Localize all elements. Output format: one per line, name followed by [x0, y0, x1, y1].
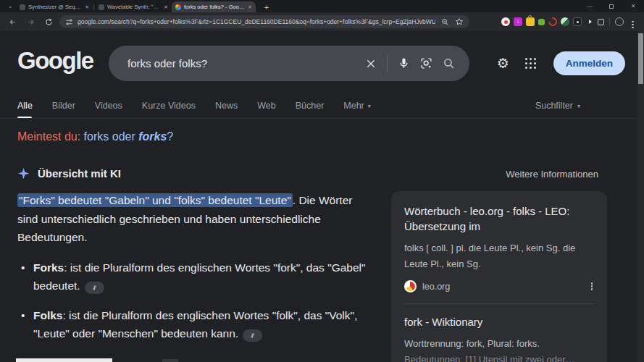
site-info-icon[interactable] — [65, 18, 73, 26]
grammar-icon[interactable] — [538, 19, 545, 25]
ai-sparkle-icon — [17, 167, 30, 180]
google-results-page: Google forks oder folks? ⚙ Anmelden Alle… — [0, 31, 644, 362]
reload-icon[interactable] — [42, 15, 55, 28]
window-controls: — ✕ — [579, 0, 644, 12]
search-icon[interactable] — [443, 57, 455, 70]
status-bar-fragment — [162, 359, 178, 362]
tab-close-icon[interactable]: ✕ — [164, 4, 168, 10]
settings-gear-icon[interactable]: ⚙ — [497, 56, 509, 70]
back-icon[interactable] — [6, 15, 19, 28]
searchbox-divider — [387, 55, 388, 72]
card-divider — [404, 303, 594, 304]
ai-overview-header: Übersicht mit KI — [17, 167, 121, 180]
maximize-button[interactable] — [601, 0, 622, 12]
tab-favicon — [99, 4, 104, 10]
recorder-icon[interactable] — [501, 17, 510, 26]
page-scrollbar[interactable] — [637, 31, 644, 362]
browser-window: ⌄ Synthesizer @ Sequencer-Foru ✕ Wavetab… — [0, 0, 644, 362]
tab-news[interactable]: News — [215, 101, 238, 112]
tab-title: Synthesizer @ Sequencer-Foru — [28, 4, 83, 10]
microphone-icon[interactable] — [398, 57, 410, 70]
search-filter-button[interactable]: Suchfilter▾ — [535, 101, 580, 111]
extensions-row: ↓ — [501, 15, 640, 29]
bookmark-star-icon[interactable] — [455, 17, 464, 26]
chrome-menu-icon[interactable] — [632, 21, 634, 23]
search-query[interactable]: forks oder folks? — [127, 57, 365, 70]
source-link-icon[interactable] — [243, 329, 262, 342]
ai-bullet-forks: Forks: ist die Pluralform des englischen… — [17, 258, 370, 295]
ai-bullet-list: Forks: ist die Pluralform des englischen… — [17, 258, 370, 343]
leaf-icon[interactable] — [561, 17, 569, 26]
ai-overview-text: "Forks" bedeutet "Gabeln" und "folks" be… — [17, 191, 370, 354]
google-lens-icon[interactable] — [420, 57, 432, 70]
signin-button[interactable]: Anmelden — [553, 51, 625, 75]
source-snippet-wiktionary: Worttrennung: fork, Plural: forks. Bedeu… — [404, 336, 594, 362]
new-tab-button[interactable]: + — [262, 3, 272, 12]
tab-wavetable-synth[interactable]: Wavetable Synth: "Vital" | Seit ✕ — [95, 1, 172, 12]
zoom-icon[interactable] — [441, 18, 449, 26]
ai-bullet-folks: Folks: ist die Pluralform des englischen… — [17, 306, 370, 343]
tab-title: forks oder folks? - Google Such — [184, 4, 246, 10]
google-apps-icon[interactable] — [525, 58, 527, 60]
clear-icon[interactable] — [365, 58, 377, 70]
leo-favicon — [404, 280, 417, 292]
close-button[interactable]: ✕ — [622, 0, 644, 12]
ai-overview-title: Übersicht mit KI — [38, 167, 121, 180]
source-link-icon[interactable] — [85, 282, 104, 294]
url-text[interactable]: google.com/search?q=forks+oder+folks%3F&… — [78, 18, 435, 25]
forward-icon[interactable] — [24, 15, 37, 28]
google-favicon — [175, 4, 181, 10]
tab-search-chevron-icon[interactable]: ⌄ — [4, 1, 16, 11]
vpn-swirl-icon[interactable] — [547, 16, 559, 28]
spell-link[interactable]: forks oder forks? — [84, 130, 174, 143]
tab-close-icon[interactable]: ✕ — [85, 4, 89, 10]
tab-alle[interactable]: Alle — [17, 101, 33, 112]
spell-suggestion: Meintest du: forks oder forks? — [17, 130, 173, 143]
tab-buecher[interactable]: Bücher — [296, 101, 325, 112]
tab-web[interactable]: Web — [257, 101, 275, 112]
scrollbar-thumb[interactable] — [638, 33, 643, 84]
tab-google-search[interactable]: forks oder folks? - Google Such ✕ — [172, 1, 256, 12]
chevron-down-icon: ▾ — [368, 103, 371, 109]
spell-label: Meintest du: — [17, 130, 80, 143]
tab-sequencer-forum[interactable]: Synthesizer @ Sequencer-Foru ✕ — [16, 1, 93, 12]
password-lock-icon[interactable] — [526, 17, 535, 26]
browser-toolbar: google.com/search?q=forks+oder+folks%3F&… — [0, 12, 644, 31]
screenshot-tool-icon[interactable] — [573, 17, 582, 26]
ai-paragraph: "Forks" bedeutet "Gabeln" und "folks" be… — [17, 191, 370, 247]
more-information-link[interactable]: Weitere Informationen — [506, 169, 598, 180]
ai-sources-card: Wörterbuch - leo.org - folks - LEO: Über… — [391, 191, 607, 362]
source-menu-icon[interactable] — [591, 282, 593, 285]
google-logo[interactable]: Google — [17, 47, 93, 75]
results-nav: Alle Bilder Videos Kurze Videos News Web… — [17, 95, 579, 118]
highlighted-text: "Forks" bedeutet "Gabeln" und "folks" be… — [17, 193, 293, 207]
downloader-icon[interactable]: ↓ — [514, 17, 522, 26]
nav-separator — [0, 118, 644, 119]
search-box[interactable]: forks oder folks? — [109, 46, 469, 81]
media-play-icon[interactable] — [585, 17, 594, 26]
source-title-leo[interactable]: Wörterbuch - leo.org - folks - LEO: Über… — [404, 203, 594, 234]
tab-close-icon[interactable]: ✕ — [248, 4, 252, 10]
tab-kurze-videos[interactable]: Kurze Videos — [142, 101, 196, 112]
address-bar[interactable]: google.com/search?q=forks+oder+folks%3F&… — [59, 15, 469, 28]
minimize-button[interactable]: — — [579, 0, 601, 12]
source-snippet-leo: folks [ coll. ] pl. die Leute Pl., kein … — [404, 240, 594, 272]
clipboard-stack-icon[interactable] — [598, 19, 604, 25]
status-bar-chip — [16, 358, 112, 362]
tab-bilder[interactable]: Bilder — [52, 101, 75, 112]
tab-divider — [93, 4, 94, 10]
chevron-down-icon: ▾ — [577, 103, 580, 109]
tab-title: Wavetable Synth: "Vital" | Seit — [107, 4, 162, 10]
tab-mehr[interactable]: Mehr▾ — [343, 101, 371, 112]
toolbar-divider — [609, 18, 610, 25]
source-title-wiktionary[interactable]: fork - Wiktionary — [404, 314, 594, 329]
tab-favicon — [20, 4, 25, 10]
source-row-leo[interactable]: leo.org — [404, 280, 594, 292]
tab-videos[interactable]: Videos — [95, 101, 122, 112]
profile-avatar[interactable] — [615, 17, 624, 26]
header-right: ⚙ Anmelden — [497, 51, 625, 75]
tab-strip: ⌄ Synthesizer @ Sequencer-Foru ✕ Wavetab… — [0, 0, 644, 12]
